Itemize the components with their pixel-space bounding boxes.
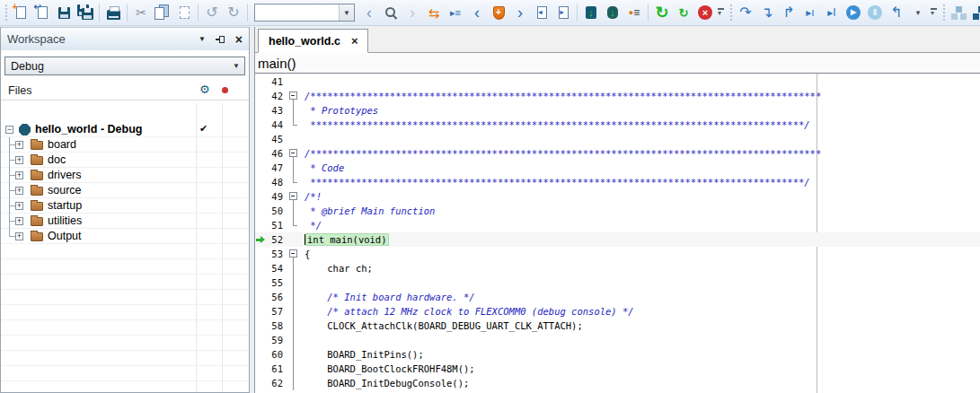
save-button[interactable] <box>53 2 75 23</box>
config-selector[interactable]: Debug ▼ <box>4 57 245 75</box>
toolbar-overflow-button[interactable]: ▾ <box>929 4 940 22</box>
step-out-button[interactable]: ↱ <box>778 2 799 23</box>
stop-debugging-button[interactable]: × <box>694 2 716 23</box>
breakpoint-margin[interactable] <box>255 290 266 304</box>
expander-icon[interactable]: + <box>15 156 23 164</box>
breakpoint-dot-icon[interactable] <box>222 87 228 93</box>
breakpoint-margin[interactable] <box>255 146 266 161</box>
code-line-54[interactable]: 54 char ch; <box>255 261 980 275</box>
breakpoint-margin[interactable] <box>255 247 266 261</box>
code-line-44[interactable]: 44 *************************************… <box>255 118 980 132</box>
step-into-button[interactable]: ↴ <box>756 2 778 23</box>
breakpoint-margin[interactable] <box>255 319 266 333</box>
go-button[interactable]: ▶ <box>843 2 864 23</box>
stack-view-button[interactable] <box>948 2 969 23</box>
breakpoint-margin[interactable] <box>255 376 266 390</box>
previous-bookmark-button[interactable]: ‹ <box>466 2 488 23</box>
expander-icon[interactable]: + <box>15 232 23 240</box>
reset-button[interactable]: ↻ <box>651 2 673 23</box>
tree-item-utilities[interactable]: +utilities <box>1 214 249 229</box>
undo-button[interactable]: ↺ <box>201 2 223 23</box>
breakpoint-margin[interactable] <box>255 103 266 118</box>
redo-button[interactable]: ↻ <box>223 2 244 23</box>
code-line-48[interactable]: 48 *************************************… <box>255 175 980 189</box>
toolbar-overflow-button[interactable]: ▾ <box>716 4 727 22</box>
code-line-43[interactable]: 43 * Prototypes <box>255 103 980 118</box>
navigate-backward-button[interactable]: ‹ <box>358 2 380 23</box>
code-line-47[interactable]: 47 * Code <box>255 161 980 175</box>
tree-item-source[interactable]: +source <box>1 183 249 198</box>
expander-icon[interactable]: + <box>15 171 23 179</box>
code-line-49[interactable]: 49/*! <box>255 189 980 204</box>
code-line-55[interactable]: 55 <box>255 275 980 290</box>
find-button[interactable] <box>380 2 402 23</box>
breakpoint-margin[interactable] <box>255 204 266 218</box>
tree-item-doc[interactable]: +doc <box>1 153 249 168</box>
code-line-58[interactable]: 58 CLOCK_AttachClk(BOARD_DEBUG_UART_CLK_… <box>255 319 980 333</box>
code-line-52[interactable]: 52int main(void) <box>255 232 980 247</box>
next-bookmark-button[interactable]: › <box>509 2 531 23</box>
toggle-source-disassembly-button[interactable]: ⇆ <box>423 2 445 23</box>
code-line-60[interactable]: 60 BOARD_InitPins(); <box>255 347 980 362</box>
reset-debugger-button[interactable]: ↰ <box>886 2 907 23</box>
expander-icon[interactable]: + <box>15 187 23 195</box>
breakpoint-margin[interactable] <box>255 333 266 347</box>
tree-item-drivers[interactable]: +drivers <box>1 168 249 183</box>
tab-close-icon[interactable]: × <box>351 35 358 47</box>
tree-item-board[interactable]: +board <box>1 137 249 153</box>
next-statement-button[interactable]: ▸ <box>552 2 574 23</box>
tree-item-output[interactable]: +Output <box>1 229 249 244</box>
download-and-debug-button[interactable]: ↓ <box>580 2 602 23</box>
code-line-59[interactable]: 59 <box>255 333 980 347</box>
debug-without-downloading-button[interactable]: ↓ <box>602 2 623 23</box>
settings-gear-icon[interactable]: ⚙ <box>199 83 210 96</box>
workspace-titlebar[interactable]: Workspace ▼ × <box>1 28 249 50</box>
next-statement-debug-button[interactable]: ▸ı <box>799 2 821 23</box>
breakpoint-margin[interactable] <box>255 175 266 189</box>
expander-icon[interactable]: + <box>15 217 23 225</box>
code-line-56[interactable]: 56 /* Init board hardware. */ <box>255 290 980 304</box>
tree-item-project[interactable]: −hello_world - Debug✔ <box>1 122 249 137</box>
debug-options-dropdown[interactable]: ▾ <box>907 2 929 23</box>
quick-search-combobox[interactable]: ▼ <box>254 4 355 22</box>
code-line-45[interactable]: 45 <box>255 132 980 146</box>
breakpoint-margin[interactable] <box>255 261 266 275</box>
stack-add-button[interactable]: + <box>969 2 980 23</box>
breakpoint-margin[interactable] <box>255 218 266 232</box>
tab-hello-world-c[interactable]: hello_world.c × <box>258 29 368 53</box>
context-bar[interactable]: main() <box>255 53 980 74</box>
breakpoint-margin[interactable] <box>255 118 266 132</box>
fold-margin[interactable] <box>287 247 305 261</box>
run-to-cursor-button[interactable]: ▸I <box>821 2 843 23</box>
reload-button[interactable]: ↻ <box>673 2 694 23</box>
expander-icon[interactable]: − <box>5 126 13 134</box>
workspace-close-icon[interactable]: × <box>235 33 243 46</box>
code-line-57[interactable]: 57 /* attach 12 MHz clock to FLEXCOMM0 (… <box>255 304 980 319</box>
code-line-41[interactable]: 41 <box>255 74 980 89</box>
breakpoint-margin[interactable] <box>255 362 266 376</box>
print-button[interactable] <box>102 2 124 23</box>
breakpoint-margin[interactable] <box>255 304 266 319</box>
toggle-breakpoint-button[interactable]: + <box>488 2 509 23</box>
step-over-button[interactable]: ↷ <box>735 2 756 23</box>
code-area[interactable]: 4142/***********************************… <box>255 74 980 393</box>
code-line-61[interactable]: 61 BOARD_BootClockFROHF48M(); <box>255 362 980 376</box>
tree-item-startup[interactable]: +startup <box>1 198 249 214</box>
save-all-button[interactable] <box>75 2 96 23</box>
execution-arrow-icon[interactable] <box>255 232 266 247</box>
workspace-menu-icon[interactable]: ▼ <box>199 35 206 43</box>
breakpoint-margin[interactable] <box>255 275 266 290</box>
expander-icon[interactable]: + <box>15 202 23 210</box>
new-document-button[interactable]: + <box>10 2 31 23</box>
previous-statement-button[interactable]: ◂ <box>531 2 552 23</box>
code-line-42[interactable]: 42/*************************************… <box>255 89 980 103</box>
fold-margin[interactable] <box>287 146 305 161</box>
code-line-62[interactable]: 62 BOARD_InitDebugConsole(); <box>255 376 980 390</box>
pin-icon[interactable] <box>216 34 225 44</box>
expander-icon[interactable]: + <box>15 141 23 149</box>
code-line-50[interactable]: 50 * @brief Main function <box>255 204 980 218</box>
fold-margin[interactable] <box>287 189 305 204</box>
go-to-function-button[interactable]: ▸≡ <box>445 2 466 23</box>
breakpoint-margin[interactable] <box>255 189 266 204</box>
fold-margin[interactable] <box>287 89 305 103</box>
